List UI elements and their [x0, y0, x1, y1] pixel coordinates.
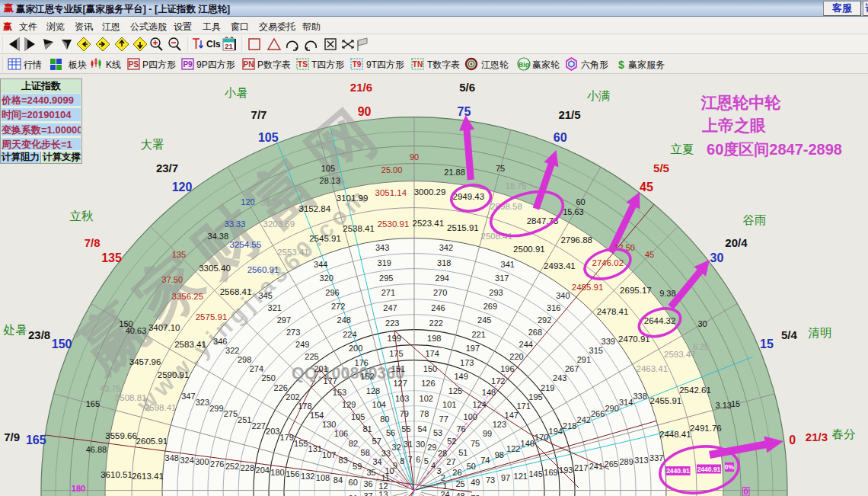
svg-text:30: 30 [710, 251, 724, 264]
svg-text:129: 129 [342, 400, 356, 409]
svg-text:223: 223 [385, 318, 399, 328]
svg-text:28: 28 [438, 449, 447, 458]
svg-text:74: 74 [480, 456, 490, 465]
svg-text:178: 178 [298, 402, 311, 411]
svg-text:81: 81 [362, 424, 372, 434]
svg-text:225: 225 [305, 352, 318, 361]
svg-text:341: 341 [501, 260, 515, 269]
svg-text:3508.81: 3508.81 [115, 393, 147, 402]
svg-text:3.13: 3.13 [715, 401, 731, 410]
svg-text:25.00: 25.00 [381, 165, 403, 174]
svg-text:275: 275 [224, 409, 238, 418]
svg-text:271: 271 [381, 288, 395, 297]
svg-text:179: 179 [280, 433, 294, 442]
svg-text:28.13: 28.13 [320, 176, 341, 185]
svg-text:2500.91: 2500.91 [513, 245, 545, 254]
svg-text:121: 121 [514, 472, 528, 481]
svg-text:172: 172 [491, 376, 505, 386]
svg-text:2553.41: 2553.41 [277, 248, 309, 257]
svg-text:江恩轮: 江恩轮 [481, 59, 509, 70]
svg-text:23/8: 23/8 [28, 328, 50, 341]
svg-text:15: 15 [760, 338, 774, 350]
svg-text:15.63: 15.63 [563, 207, 584, 216]
svg-text:3: 3 [436, 466, 441, 475]
svg-text:343: 343 [375, 243, 389, 252]
svg-text:274: 274 [250, 364, 263, 373]
svg-text:T四方形: T四方形 [311, 59, 344, 70]
svg-text:269: 269 [483, 302, 497, 311]
svg-text:176: 176 [355, 358, 369, 367]
svg-text:321: 321 [268, 303, 282, 312]
svg-text:2440.91: 2440.91 [697, 466, 721, 473]
svg-text:338: 338 [633, 392, 646, 401]
svg-text:TN: TN [413, 60, 423, 69]
svg-text:193: 193 [559, 466, 573, 475]
svg-text:342: 342 [439, 243, 453, 252]
svg-text:318: 318 [437, 258, 451, 267]
svg-text:267: 267 [565, 364, 579, 373]
svg-text:小暑: 小暑 [225, 86, 248, 99]
svg-text:26: 26 [452, 468, 461, 477]
svg-text:150: 150 [52, 338, 72, 350]
svg-text:204: 204 [256, 466, 270, 475]
svg-text:54: 54 [417, 424, 426, 434]
svg-text:赢家服务: 赢家服务 [628, 59, 665, 70]
svg-text:244: 244 [519, 340, 533, 349]
svg-text:347: 347 [181, 392, 195, 401]
svg-text:Big: Big [519, 61, 530, 69]
svg-text:105: 105 [351, 412, 365, 421]
svg-text:57: 57 [372, 437, 381, 446]
svg-text:6.25: 6.25 [693, 342, 709, 351]
svg-text:PS: PS [129, 60, 139, 69]
svg-text:79: 79 [400, 409, 409, 418]
svg-text:340: 340 [556, 291, 570, 300]
svg-text:PN: PN [244, 60, 254, 69]
svg-text:250: 250 [262, 373, 276, 382]
svg-text:314: 314 [619, 398, 633, 407]
svg-text:200: 200 [349, 344, 362, 353]
svg-text:169: 169 [544, 468, 557, 477]
svg-text:3407.10: 3407.10 [148, 323, 180, 332]
svg-text:241: 241 [589, 462, 603, 471]
svg-text:317: 317 [495, 274, 509, 283]
svg-text:$: $ [618, 59, 624, 71]
svg-text:3000.29: 3000.29 [414, 187, 446, 197]
svg-text:195: 195 [528, 392, 542, 402]
svg-text:180: 180 [72, 484, 85, 493]
svg-text:84: 84 [333, 475, 343, 485]
svg-text:35: 35 [366, 468, 375, 477]
svg-text:33: 33 [381, 449, 391, 458]
svg-text:345: 345 [258, 291, 272, 300]
svg-text:0: 0 [789, 434, 796, 446]
svg-text:P数字表: P数字表 [257, 59, 291, 70]
svg-text:165: 165 [86, 399, 100, 408]
svg-text:202: 202 [286, 392, 299, 402]
svg-text:9T四方形: 9T四方形 [366, 59, 404, 70]
svg-text:30: 30 [697, 319, 707, 328]
svg-text:120: 120 [172, 181, 193, 194]
svg-text:2455.91: 2455.91 [650, 396, 682, 405]
svg-text:8: 8 [400, 456, 404, 466]
svg-text:清明: 清明 [809, 326, 832, 339]
svg-text:56: 56 [386, 428, 395, 437]
svg-text:145: 145 [528, 469, 542, 478]
svg-text:203: 203 [266, 427, 279, 436]
svg-text:2695.17: 2695.17 [620, 286, 652, 295]
svg-text:146: 146 [521, 439, 535, 448]
svg-text:270: 270 [433, 288, 447, 297]
svg-text:33.33: 33.33 [225, 219, 246, 229]
svg-text:2478.41: 2478.41 [597, 307, 629, 316]
svg-text:252: 252 [225, 462, 239, 471]
svg-text:2575.91: 2575.91 [196, 312, 228, 322]
svg-text:90: 90 [410, 152, 419, 162]
svg-text:P四方形: P四方形 [142, 59, 176, 70]
svg-text:339: 339 [602, 337, 615, 346]
svg-text:3457.96: 3457.96 [129, 357, 161, 366]
svg-text:125: 125 [448, 386, 462, 395]
svg-text:2530.91: 2530.91 [378, 219, 410, 229]
svg-text:77: 77 [439, 414, 448, 424]
svg-text:226: 226 [274, 383, 288, 392]
svg-text:78: 78 [420, 409, 429, 418]
svg-text:198: 198 [427, 334, 441, 343]
svg-text:197: 197 [466, 344, 480, 353]
